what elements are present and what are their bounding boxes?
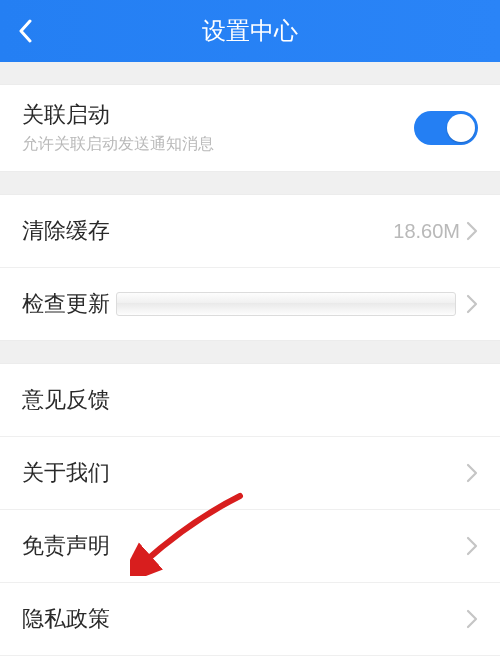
spacer [0,62,500,85]
label-privacy: 隐私政策 [22,605,466,634]
label-association-launch: 关联启动 [22,101,414,130]
gap [0,171,500,195]
sub-association-launch: 允许关联启动发送通知消息 [22,134,414,155]
cell-help[interactable]: 帮助中心 [0,655,500,663]
label-check-update: 检查更新 [22,290,110,319]
cell-disclaimer[interactable]: 免责声明 [0,509,500,582]
cell-main: 关联启动 允许关联启动发送通知消息 [22,101,414,155]
chevron-icon [466,609,478,629]
group-toggle: 关联启动 允许关联启动发送通知消息 [0,85,500,171]
toggle-association-launch[interactable] [414,111,478,145]
chevron-icon [466,294,478,314]
label-clear-cache: 清除缓存 [22,217,393,246]
cell-clear-cache[interactable]: 清除缓存 18.60M [0,195,500,267]
back-icon[interactable] [18,19,32,43]
chevron-icon [466,221,478,241]
label-feedback: 意见反馈 [22,386,478,415]
cell-feedback[interactable]: 意见反馈 [0,364,500,436]
group-maintenance: 清除缓存 18.60M 检查更新 [0,195,500,340]
label-disclaimer: 免责声明 [22,532,466,561]
label-about: 关于我们 [22,459,466,488]
cell-privacy[interactable]: 隐私政策 [0,582,500,655]
chevron-icon [466,463,478,483]
page-title: 设置中心 [0,15,500,47]
update-progress-bar [116,292,456,316]
cell-check-update[interactable]: 检查更新 [0,267,500,340]
cell-about[interactable]: 关于我们 [0,436,500,509]
header: 设置中心 [0,0,500,62]
toggle-knob [447,114,475,142]
chevron-icon [466,536,478,556]
value-cache-size: 18.60M [393,220,460,243]
cell-association-launch: 关联启动 允许关联启动发送通知消息 [0,85,500,171]
gap [0,340,500,364]
group-list: 意见反馈 关于我们 免责声明 隐私政策 帮助中心 [0,364,500,663]
